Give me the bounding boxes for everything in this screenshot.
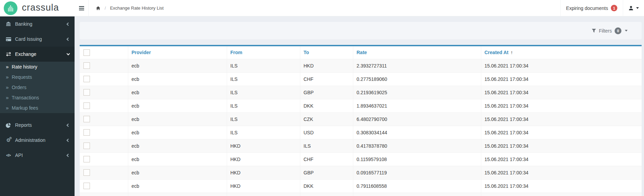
breadcrumb: / Exchange Rate History List (96, 0, 163, 16)
sort-ascending-icon: ↑ (511, 50, 513, 55)
filters-count-badge: 0 (615, 27, 621, 34)
table-row: ecb ILS DKK 1.8934637021 15.06.2021 17:0… (80, 99, 642, 112)
sidebar-item-label: Reports (15, 122, 32, 128)
select-all-checkbox[interactable] (83, 49, 90, 56)
sidebar-item-reports[interactable]: Reports (0, 118, 75, 133)
sidebar-item-api[interactable]: </> API (0, 148, 75, 163)
exchange-submenu: » Rate history » Requests » Orders » Tra… (0, 62, 75, 113)
chevron-left-icon (67, 138, 70, 142)
breadcrumb-page-title: Exchange Rate History List (110, 5, 164, 11)
row-checkbox[interactable] (83, 76, 90, 82)
column-header-provider[interactable]: Provider (128, 46, 227, 59)
crassula-logo-icon (4, 1, 17, 15)
table-row: ecb HKD ILS 0.4178378780 15.06.2021 17:0… (80, 139, 642, 152)
double-angle-right-icon: » (6, 64, 9, 70)
chevron-left-icon (67, 123, 70, 127)
row-checkbox[interactable] (83, 156, 90, 162)
sidebar-item-label: Administration (15, 137, 45, 143)
chevron-left-icon (67, 154, 70, 157)
table-row: ecb ILS CHF 0.2775189060 15.06.2021 17:0… (80, 72, 642, 86)
column-header-to[interactable]: To (300, 46, 353, 59)
credit-card-icon (5, 37, 12, 41)
sidebar-subitem-label: Orders (12, 85, 26, 90)
expiring-documents-label: Expiring documents (566, 5, 608, 11)
home-icon[interactable] (96, 6, 101, 11)
table-row: ecb ILS CZK 6.4802790700 15.06.2021 17:0… (80, 112, 642, 126)
expiring-documents-link[interactable]: Expiring documents 1 (560, 0, 623, 16)
table-row-partial (80, 193, 642, 196)
table-row: ecb ILS GBP 0.2193619025 15.06.2021 17:0… (80, 86, 642, 99)
row-checkbox[interactable] (83, 89, 90, 96)
expiring-count-badge: 1 (611, 5, 617, 11)
sidebar-item-label: Exchange (15, 51, 36, 57)
filter-funnel-icon (592, 28, 596, 33)
brand-logo[interactable]: crassula (0, 0, 75, 16)
column-header-created-at[interactable]: Created At↑ (481, 46, 642, 59)
filters-label: Filters (599, 28, 612, 34)
sidebar-item-requests[interactable]: » Requests (0, 72, 75, 82)
column-header-rate[interactable]: Rate (353, 46, 481, 59)
pie-chart-icon (5, 123, 12, 128)
table-row: ecb ILS USD 0.3083034144 15.06.2021 17:0… (80, 126, 642, 139)
sidebar-subitem-label: Requests (12, 74, 32, 80)
column-header-from[interactable]: From (227, 46, 300, 59)
row-checkbox[interactable] (83, 169, 90, 176)
table-row: ecb ILS HKD 2.3932727311 15.06.2021 17:0… (80, 59, 642, 72)
sidebar-item-label: Card Issuing (15, 36, 42, 42)
table-row: ecb HKD DKK 0.7911608558 15.06.2021 17:0… (80, 179, 642, 193)
gears-icon: ⚙⚙ (5, 138, 12, 143)
sidebar-item-card-issuing[interactable]: Card Issuing (0, 32, 75, 47)
sidebar-item-label: API (15, 152, 23, 158)
top-navbar: crassula / Exchange Rate History List Ex… (0, 0, 644, 16)
table-header-row: Provider From To Rate Created At↑ (80, 46, 642, 59)
sidebar-spacer (0, 113, 75, 118)
select-all-cell (80, 46, 128, 59)
double-angle-right-icon: » (6, 74, 9, 80)
sidebar-subitem-label: Rate history (12, 64, 37, 70)
double-angle-right-icon: » (6, 105, 9, 111)
sidebar-item-label: Banking (15, 21, 32, 27)
chevron-down-icon (625, 30, 628, 32)
double-angle-right-icon: » (6, 85, 9, 90)
user-menu-button[interactable] (623, 0, 644, 16)
sidebar-item-banking[interactable]: Banking (0, 16, 75, 32)
table-row: ecb HKD CHF 0.1159579108 15.06.2021 17:0… (80, 152, 642, 166)
row-checkbox[interactable] (83, 183, 90, 189)
sidebar-item-orders[interactable]: » Orders (0, 82, 75, 93)
sidebar-toggle-button[interactable] (75, 0, 89, 16)
navbar-right: Expiring documents 1 (560, 0, 644, 16)
row-checkbox[interactable] (83, 143, 90, 149)
row-checkbox[interactable] (83, 102, 90, 109)
chevron-left-icon (67, 22, 70, 26)
sidebar-item-transactions[interactable]: » Transactions (0, 93, 75, 103)
filters-panel: Filters 0 (80, 22, 642, 39)
rate-history-table: Provider From To Rate Created At↑ ecb IL… (80, 46, 642, 196)
sidebar-subitem-label: Markup fees (12, 105, 38, 111)
chevron-left-icon (67, 37, 70, 41)
row-checkbox[interactable] (83, 129, 90, 136)
sidebar-item-rate-history[interactable]: » Rate history (0, 62, 75, 72)
exchange-arrows-icon (5, 52, 12, 57)
hamburger-icon (79, 6, 84, 7)
sidebar: Banking Card Issuing Exchange » Rate his… (0, 16, 75, 196)
sidebar-item-exchange[interactable]: Exchange (0, 47, 75, 62)
table-row: ecb HKD GBP 0.0916577119 15.06.2021 17:0… (80, 166, 642, 179)
double-angle-right-icon: » (6, 95, 9, 101)
brand-name: crassula (22, 3, 59, 13)
code-icon: </> (5, 153, 12, 157)
breadcrumb-separator: / (105, 5, 106, 11)
main-content: Filters 0 Provider From To Rate Created … (75, 16, 644, 196)
rate-history-table-card: Provider From To Rate Created At↑ ecb IL… (80, 45, 642, 196)
filters-button[interactable]: Filters 0 (592, 27, 628, 34)
sidebar-subitem-label: Transactions (12, 95, 39, 100)
row-checkbox[interactable] (83, 62, 90, 69)
chevron-down-icon (67, 52, 70, 56)
row-checkbox[interactable] (83, 116, 90, 122)
sidebar-item-markup-fees[interactable]: » Markup fees (0, 103, 75, 113)
bank-icon (5, 22, 12, 26)
chevron-down-icon (636, 7, 639, 9)
user-icon (628, 5, 634, 11)
sidebar-item-administration[interactable]: ⚙⚙ Administration (0, 133, 75, 148)
